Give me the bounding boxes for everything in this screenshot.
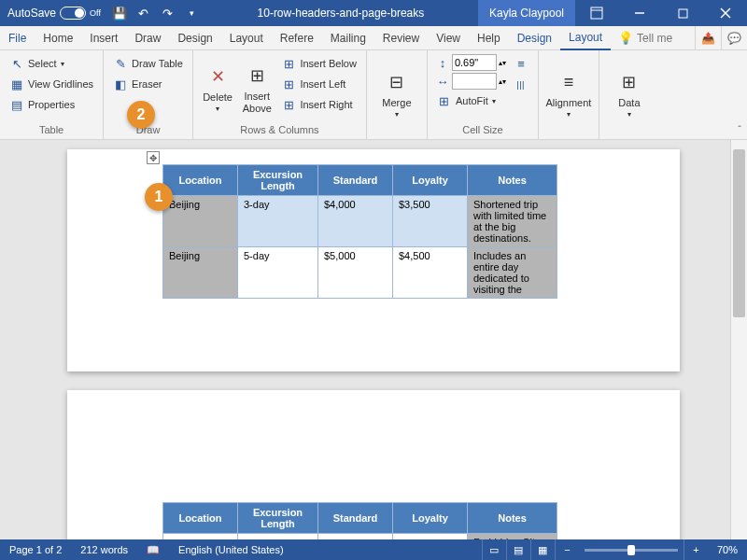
maximize-icon — [678, 8, 688, 19]
autofit-button[interactable]: ⊞AutoFit▾ — [435, 91, 506, 110]
table-header-row[interactable]: Location Excursion Length Standard Loyal… — [163, 503, 557, 534]
insert-right-button[interactable]: ⊞Insert Right — [279, 95, 359, 114]
col-width-stepper[interactable]: ↔▴▾ — [435, 73, 506, 90]
tab-table-layout[interactable]: Layout — [560, 26, 611, 50]
table-1[interactable]: Location Excursion Length Standard Loyal… — [162, 164, 557, 299]
zoom-slider[interactable] — [585, 549, 678, 552]
th-excursion: Excursion Length — [238, 165, 318, 196]
grid-icon: ▦ — [9, 77, 24, 91]
collapse-ribbon-button[interactable]: ˆ — [738, 124, 741, 135]
cell[interactable]: Shortened trip with limited time at the … — [468, 196, 557, 247]
toggle-off-icon — [60, 7, 86, 20]
document-area[interactable]: ✥ Location Excursion Length Standard Loy… — [0, 140, 730, 539]
redo-button[interactable]: ↷ — [157, 0, 179, 26]
table-2[interactable]: Location Excursion Length Standard Loyal… — [162, 502, 557, 539]
save-button[interactable]: 💾 — [108, 0, 131, 26]
height-icon: ↕ — [435, 55, 450, 70]
cell[interactable]: $5,000 — [318, 247, 393, 299]
tab-layout[interactable]: Layout — [221, 26, 272, 50]
tab-draw[interactable]: Draw — [126, 26, 169, 50]
tab-home[interactable]: Home — [35, 26, 81, 50]
insert-below-button[interactable]: ⊞Insert Below — [279, 54, 359, 73]
move-icon: ✥ — [149, 153, 157, 163]
maximize-button[interactable] — [661, 0, 704, 26]
chevron-down-icon: ▾ — [492, 97, 496, 105]
ribbon-display-button[interactable] — [575, 0, 618, 26]
cell[interactable]: Beijing — [163, 247, 238, 299]
col-width-input[interactable] — [452, 73, 497, 90]
zoom-out-button[interactable]: − — [555, 539, 579, 560]
word-count[interactable]: 212 words — [71, 544, 137, 555]
qat-customize[interactable]: ▾ — [181, 0, 204, 26]
cell[interactable]: Includes an entire day dedicated to visi… — [468, 247, 557, 299]
cell[interactable]: $4,000 — [318, 196, 393, 247]
row-height-stepper[interactable]: ↕▴▾ — [435, 54, 506, 71]
tab-file[interactable]: File — [0, 26, 35, 50]
view-gridlines-button[interactable]: ▦View Gridlines — [7, 75, 95, 93]
autosave-toggle[interactable]: AutoSave Off — [0, 7, 108, 20]
draw-table-button[interactable]: ✎Draw Table — [111, 54, 185, 73]
tab-review[interactable]: Review — [374, 26, 428, 50]
tab-mailings[interactable]: Mailing — [322, 26, 374, 50]
chevron-down-icon: ▾ — [190, 8, 194, 18]
th-excursion: Excursion Length — [238, 503, 318, 534]
share-button[interactable]: 📤 — [695, 26, 721, 50]
cell[interactable]: $3,500 — [393, 196, 468, 247]
distribute-rows-button[interactable]: ≡ — [512, 54, 530, 73]
cell[interactable]: $4,500 — [393, 247, 468, 299]
zoom-level[interactable]: 70% — [708, 544, 747, 555]
alignment-button[interactable]: ≡Alignment▾ — [546, 54, 591, 133]
table-header-row[interactable]: Location Excursion Length Standard Loyal… — [163, 165, 557, 196]
distribute-cols-button[interactable]: ⫼ — [512, 75, 530, 93]
minimize-button[interactable] — [618, 0, 661, 26]
table-row[interactable]: Beijing 5-day $5,000 $4,500 Includes an … — [163, 247, 557, 299]
cursor-icon: ↖ — [9, 56, 24, 71]
tab-view[interactable]: View — [428, 26, 469, 50]
data-button[interactable]: ⊞Data▾ — [607, 54, 652, 133]
insert-above-icon: ⊞ — [244, 63, 270, 89]
tab-design[interactable]: Design — [169, 26, 220, 50]
insert-above-button[interactable]: ⊞Insert Above — [240, 54, 274, 122]
delete-button[interactable]: ✕Delete▾ — [201, 54, 234, 122]
select-label: Select — [28, 58, 57, 69]
table-move-handle[interactable]: ✥ — [147, 151, 160, 164]
vertical-scrollbar[interactable] — [730, 140, 747, 539]
comments-button[interactable]: 💬 — [721, 26, 747, 50]
merge-icon: ⊟ — [384, 69, 410, 95]
width-icon: ↔ — [435, 74, 450, 89]
language-indicator[interactable]: English (United States) — [169, 544, 293, 555]
eraser-button[interactable]: ◧Eraser — [111, 75, 185, 93]
user-name[interactable]: Kayla Claypool — [478, 0, 575, 26]
chevron-down-icon: ▾ — [395, 110, 399, 119]
properties-label: Properties — [28, 99, 75, 110]
properties-button[interactable]: ▤Properties — [7, 95, 95, 114]
undo-button[interactable]: ↶ — [133, 0, 155, 26]
tab-table-design[interactable]: Design — [509, 26, 560, 50]
ribbon-tabs: File Home Insert Draw Design Layout Refe… — [0, 26, 747, 50]
group-label-rows: Rows & Columns — [201, 122, 359, 137]
tab-insert[interactable]: Insert — [81, 26, 126, 50]
th-loyalty: Loyalty — [393, 165, 468, 196]
select-button[interactable]: ↖Select▾ — [7, 54, 95, 73]
chevron-up-icon: ˆ — [738, 124, 741, 135]
tell-me[interactable]: 💡 Tell me — [611, 31, 680, 46]
scrollbar-thumb[interactable] — [733, 149, 745, 317]
cell[interactable]: 3-day — [238, 196, 318, 247]
row-height-input[interactable] — [452, 54, 497, 71]
minus-icon: − — [564, 544, 570, 555]
read-mode-button[interactable]: ▭ — [482, 539, 506, 560]
merge-button[interactable]: ⊟Merge▾ — [374, 54, 419, 133]
spell-check-button[interactable]: 📖 — [137, 544, 169, 556]
insert-right-icon: ⊞ — [281, 97, 296, 112]
tab-help[interactable]: Help — [469, 26, 509, 50]
page-indicator[interactable]: Page 1 of 2 — [0, 544, 71, 555]
tab-references[interactable]: Refere — [272, 26, 322, 50]
close-button[interactable] — [704, 0, 747, 26]
zoom-in-button[interactable]: + — [684, 539, 708, 560]
cell[interactable]: Beijing — [163, 196, 238, 247]
web-layout-button[interactable]: ▦ — [530, 539, 555, 560]
cell[interactable]: 5-day — [238, 247, 318, 299]
insert-left-button[interactable]: ⊞Insert Left — [279, 75, 359, 93]
table-row[interactable]: Beijing 3-day $4,000 $3,500 Shortened tr… — [163, 196, 557, 247]
print-layout-button[interactable]: ▤ — [506, 539, 530, 560]
